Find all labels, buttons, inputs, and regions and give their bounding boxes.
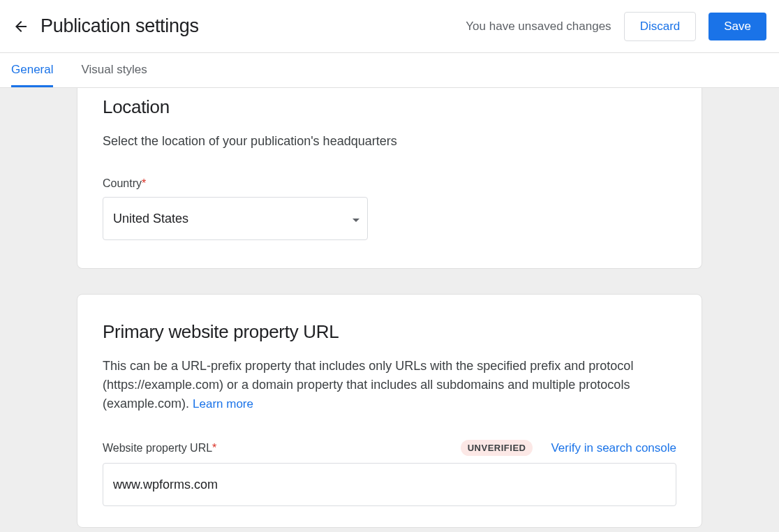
- learn-more-link[interactable]: Learn more: [193, 397, 253, 411]
- unverified-badge: UNVERIFIED: [461, 440, 533, 456]
- unsaved-changes-text: You have unsaved changes: [466, 20, 611, 34]
- tab-general[interactable]: General: [11, 53, 53, 87]
- url-label: Website property URL*: [103, 442, 216, 455]
- url-field-right: UNVERIFIED Verify in search console: [461, 440, 676, 456]
- url-title: Primary website property URL: [103, 321, 676, 343]
- header-left: Publication settings: [13, 15, 199, 37]
- url-label-text: Website property URL: [103, 442, 212, 454]
- country-label: Country*: [103, 177, 676, 190]
- verify-search-console-link[interactable]: Verify in search console: [551, 441, 676, 455]
- url-description-text: This can be a URL-prefix property that i…: [103, 359, 633, 411]
- header: Publication settings You have unsaved ch…: [0, 0, 779, 53]
- page-title: Publication settings: [40, 15, 199, 37]
- url-field-header: Website property URL* UNVERIFIED Verify …: [103, 440, 676, 456]
- url-description: This can be a URL-prefix property that i…: [103, 357, 676, 413]
- url-card: Primary website property URL This can be…: [77, 294, 702, 528]
- required-asterisk: *: [212, 442, 216, 454]
- required-asterisk: *: [142, 177, 146, 189]
- arrow-back-icon: [13, 18, 29, 35]
- tabs: General Visual styles: [0, 53, 779, 88]
- location-card: Location Select the location of your pub…: [77, 88, 702, 269]
- country-select[interactable]: United States: [103, 197, 368, 240]
- tab-visual-styles[interactable]: Visual styles: [81, 53, 147, 87]
- discard-button[interactable]: Discard: [624, 12, 697, 41]
- country-label-text: Country: [103, 177, 142, 189]
- content-area: Location Select the location of your pub…: [0, 88, 779, 532]
- url-input-wrapper: [103, 463, 676, 506]
- website-property-url-input[interactable]: [103, 463, 676, 506]
- header-right: You have unsaved changes Discard Save: [466, 12, 766, 41]
- save-button[interactable]: Save: [708, 13, 766, 40]
- country-select-wrapper: United States: [103, 197, 368, 240]
- back-arrow-button[interactable]: [13, 18, 29, 35]
- location-description: Select the location of your publication'…: [103, 132, 676, 151]
- location-title: Location: [103, 96, 676, 118]
